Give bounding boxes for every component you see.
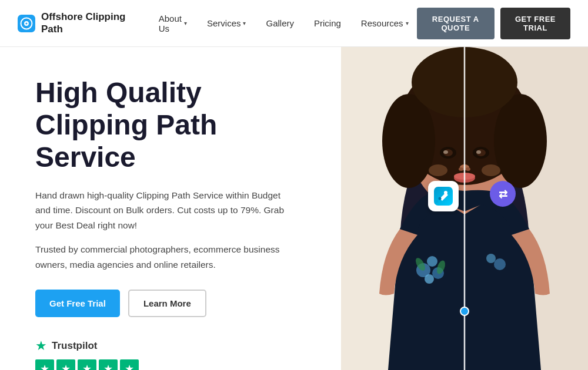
nav-gallery[interactable]: Gallery <box>258 14 302 33</box>
svg-point-45 <box>436 200 438 203</box>
trustpilot-stars: ★ ★ ★ ★ ★ <box>35 359 294 370</box>
svg-point-30 <box>427 256 437 267</box>
svg-point-20 <box>443 150 448 154</box>
trustpilot-name: Trustpilot <box>52 340 97 352</box>
nav-about[interactable]: About Us ▾ <box>151 9 195 38</box>
star-3: ★ <box>78 359 96 370</box>
hero-title: High Quality Clipping Path Service <box>35 76 294 174</box>
nav-resources[interactable]: Resources ▾ <box>353 14 417 33</box>
trustpilot-logo: ★ Trustpilot <box>35 338 294 354</box>
learn-more-button[interactable]: Learn More <box>128 290 206 317</box>
hero-image-area: ⇄ <box>323 47 588 370</box>
hero-buttons: Get Free Trial Learn More <box>35 290 294 317</box>
svg-point-21 <box>476 150 481 154</box>
svg-point-3 <box>25 22 27 24</box>
svg-point-38 <box>460 307 469 315</box>
hero-image: ⇄ <box>341 47 588 370</box>
svg-point-46 <box>447 189 450 191</box>
hero-description: Hand drawn high-quality Clipping Path Se… <box>35 188 294 233</box>
star-1: ★ <box>35 359 54 370</box>
request-quote-button[interactable]: REQUEST A QUOTE <box>417 8 495 39</box>
get-free-trial-button[interactable]: Get Free Trial <box>35 290 120 317</box>
nav-pricing[interactable]: Pricing <box>306 14 349 33</box>
svg-point-35 <box>494 258 506 270</box>
header-cta-buttons: REQUEST A QUOTE GET FREE TRIAL <box>417 8 570 39</box>
site-header: Offshore Clipping Path About Us ▾ Servic… <box>0 0 588 47</box>
svg-point-43 <box>444 191 447 194</box>
hero-trusted: Trusted by commercial photographers, eco… <box>35 242 294 272</box>
main-nav: About Us ▾ Services ▾ Gallery Pricing Re… <box>151 9 417 38</box>
svg-text:⇄: ⇄ <box>499 189 507 200</box>
trustpilot-star-icon: ★ <box>35 338 47 354</box>
hero-svg: ⇄ <box>341 47 588 370</box>
hero-section: High Quality Clipping Path Service Hand … <box>0 47 588 370</box>
trustpilot-section: ★ Trustpilot ★ ★ ★ ★ ★ TrustScore 4.8 57… <box>35 338 294 370</box>
svg-point-23 <box>459 167 463 171</box>
chevron-down-icon: ▾ <box>184 20 187 26</box>
svg-point-28 <box>482 164 500 176</box>
svg-point-24 <box>466 167 470 171</box>
svg-point-13 <box>382 94 435 188</box>
chevron-down-icon: ▾ <box>406 20 409 26</box>
logo[interactable]: Offshore Clipping Path <box>18 11 127 35</box>
svg-point-32 <box>425 274 434 284</box>
get-free-trial-header-button[interactable]: GET FREE TRIAL <box>500 8 570 39</box>
star-4: ★ <box>99 359 118 370</box>
logo-icon <box>18 12 35 35</box>
chevron-down-icon: ▾ <box>243 20 246 26</box>
svg-point-44 <box>439 197 442 200</box>
svg-point-36 <box>486 254 496 263</box>
hero-content: High Quality Clipping Path Service Hand … <box>0 47 323 370</box>
svg-point-27 <box>429 164 447 176</box>
svg-point-14 <box>494 94 547 188</box>
star-5: ★ <box>120 359 139 370</box>
nav-services[interactable]: Services ▾ <box>199 14 255 33</box>
brand-name: Offshore Clipping Path <box>41 11 127 35</box>
star-2: ★ <box>56 359 75 370</box>
